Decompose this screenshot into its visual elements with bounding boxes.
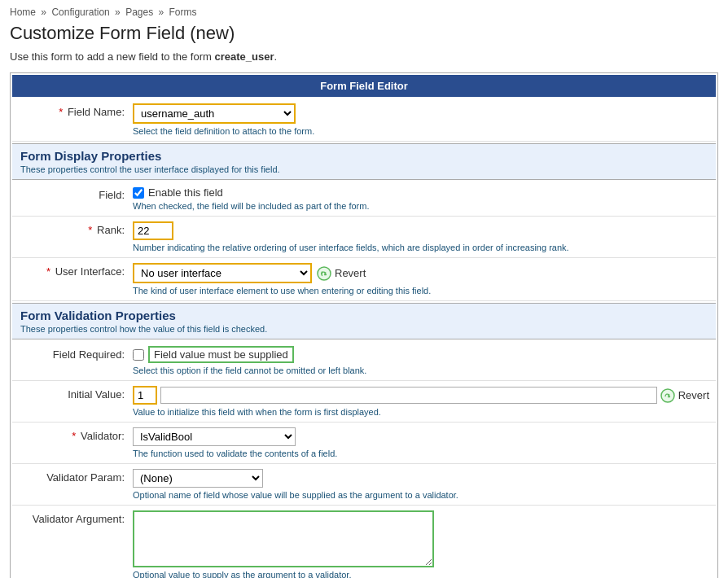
validator-argument-content: Optional value to supply as the argument… bbox=[133, 510, 709, 578]
validator-param-row: Validator Param: (None) username email O… bbox=[12, 464, 716, 506]
validation-section-header: Form Validation Properties These propert… bbox=[12, 303, 716, 339]
field-name-row: * Field Name: username_auth Select the f… bbox=[12, 99, 716, 142]
ui-select-wrap: No user interface Text input Textarea Ch… bbox=[133, 263, 709, 283]
ui-revert-button[interactable]: Revert bbox=[317, 266, 366, 281]
validator-row: * Validator: IsValidBool IsValidEmail Is… bbox=[12, 423, 716, 464]
svg-point-0 bbox=[318, 267, 331, 280]
display-section-header-row: Form Display Properties These properties… bbox=[12, 143, 716, 180]
display-section-header: Form Display Properties These properties… bbox=[12, 143, 716, 180]
validator-argument-label: Validator Argument: bbox=[19, 510, 133, 525]
field-required-wrap: Field value must be supplied bbox=[133, 346, 709, 363]
breadcrumb-home[interactable]: Home bbox=[10, 7, 36, 18]
field-name-select[interactable]: username_auth bbox=[133, 103, 296, 124]
initial-value-long-input[interactable] bbox=[160, 387, 657, 404]
user-interface-content: No user interface Text input Textarea Ch… bbox=[133, 263, 709, 296]
svg-point-1 bbox=[661, 389, 674, 402]
ui-revert-label: Revert bbox=[335, 267, 366, 279]
field-name-label: * Field Name: bbox=[19, 103, 133, 118]
validator-label: * Validator: bbox=[19, 427, 133, 442]
rank-content: Number indicating the relative ordering … bbox=[133, 221, 709, 252]
validator-argument-textarea[interactable] bbox=[133, 510, 434, 567]
initial-revert-label: Revert bbox=[678, 389, 709, 401]
rank-input[interactable] bbox=[133, 221, 173, 240]
field-enabled-row: Field: Enable this field When checked, t… bbox=[12, 182, 716, 217]
display-section-title: Form Display Properties bbox=[20, 149, 708, 163]
rank-star: * bbox=[88, 224, 92, 236]
initial-value-revert-button[interactable]: Revert bbox=[660, 388, 709, 403]
validator-param-label: Validator Param: bbox=[19, 469, 133, 484]
display-section-hint: These properties control the user interf… bbox=[20, 164, 708, 174]
initial-value-content: Revert Value to initialize this field wi… bbox=[133, 386, 709, 417]
validator-argument-row: Validator Argument: Optional value to su… bbox=[12, 506, 716, 578]
field-enabled-content: Enable this field When checked, the fiel… bbox=[133, 186, 709, 211]
enable-checkbox-label[interactable]: Enable this field bbox=[133, 186, 709, 199]
enable-hint: When checked, the field will be included… bbox=[133, 201, 709, 211]
field-required-checkbox-label: Field value must be supplied bbox=[148, 346, 294, 363]
breadcrumb-forms[interactable]: Forms bbox=[169, 7, 197, 18]
ui-star: * bbox=[46, 265, 50, 278]
field-required-label-cell: Field Required: bbox=[19, 346, 133, 361]
rank-label: * Rank: bbox=[19, 221, 133, 236]
field-name-content: username_auth Select the field definitio… bbox=[133, 103, 709, 136]
intro-text: Use this form to add a new field to the … bbox=[10, 50, 718, 63]
validator-select[interactable]: IsValidBool IsValidEmail IsValidInt IsVa… bbox=[133, 427, 296, 446]
editor-header: Form Field Editor bbox=[12, 75, 716, 97]
validation-section-title: Form Validation Properties bbox=[20, 309, 708, 322]
rank-row: * Rank: Number indicating the relative o… bbox=[12, 217, 716, 258]
initial-revert-icon bbox=[660, 388, 675, 403]
validator-param-select[interactable]: (None) username email bbox=[133, 469, 263, 488]
validator-param-content: (None) username email Optional name of f… bbox=[133, 469, 709, 500]
field-required-hint: Select this option if the field cannot b… bbox=[133, 366, 709, 375]
enable-checkbox[interactable] bbox=[133, 187, 144, 199]
page-title: Customize Form Field (new) bbox=[10, 23, 718, 44]
revert-icon bbox=[317, 266, 331, 281]
initial-value-short-input[interactable] bbox=[133, 386, 157, 405]
user-interface-select[interactable]: No user interface Text input Textarea Ch… bbox=[133, 263, 312, 283]
validator-content: IsValidBool IsValidEmail IsValidInt IsVa… bbox=[133, 427, 709, 458]
initial-value-wrap: Revert bbox=[133, 386, 709, 405]
field-required-checkbox[interactable] bbox=[133, 349, 144, 361]
validation-section-hint: These properties control how the value o… bbox=[20, 324, 708, 334]
ui-hint: The kind of user interface element to us… bbox=[133, 286, 709, 296]
breadcrumb-pages[interactable]: Pages bbox=[125, 7, 153, 18]
breadcrumb-configuration[interactable]: Configuration bbox=[51, 7, 109, 18]
user-interface-row: * User Interface: No user interface Text… bbox=[12, 258, 716, 301]
initial-value-row: Initial Value: Revert Value to initializ… bbox=[12, 381, 716, 423]
required-star: * bbox=[59, 106, 63, 118]
initial-value-label: Initial Value: bbox=[19, 386, 133, 401]
field-required-content: Field value must be supplied Select this… bbox=[133, 346, 709, 375]
user-interface-label: * User Interface: bbox=[19, 263, 133, 278]
validator-param-hint: Optional name of field whose value will … bbox=[133, 490, 709, 500]
field-required-row: Field Required: Field value must be supp… bbox=[12, 341, 716, 381]
validator-hint: The function used to validate the conten… bbox=[133, 449, 709, 458]
validator-argument-hint: Optional value to supply as the argument… bbox=[133, 570, 709, 578]
enable-label-text: Enable this field bbox=[148, 186, 223, 199]
field-name-hint: Select the field definition to attach to… bbox=[133, 126, 709, 136]
validation-section-header-row: Form Validation Properties These propert… bbox=[12, 303, 716, 339]
initial-value-hint: Value to initialize this field with when… bbox=[133, 407, 709, 417]
breadcrumb: Home » Configuration » Pages » Forms bbox=[10, 7, 718, 18]
rank-hint: Number indicating the relative ordering … bbox=[133, 243, 709, 252]
field-label: Field: bbox=[19, 186, 133, 201]
form-editor: Form Field Editor * Field Name: username… bbox=[10, 72, 718, 578]
validator-star: * bbox=[72, 430, 76, 442]
